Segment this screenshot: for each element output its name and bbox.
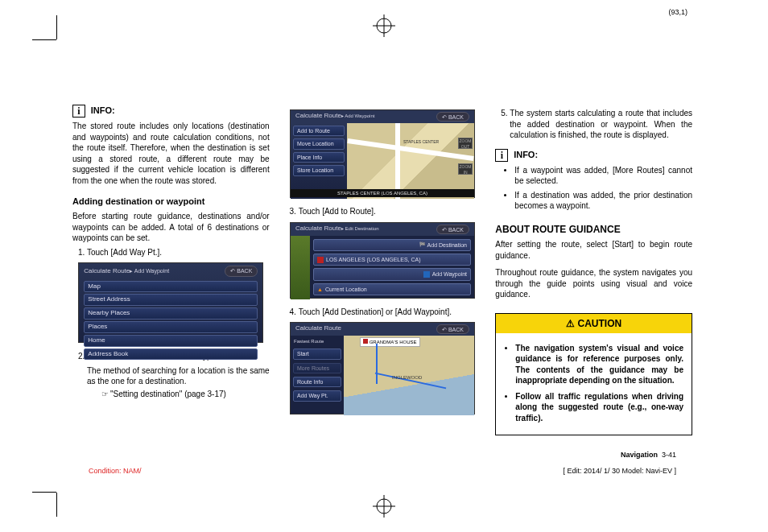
list-item: If a destination was added, the prior de…: [514, 190, 692, 212]
cross-reference: ☞"Setting destination" (page 3-17): [101, 389, 270, 400]
reference-text: "Setting destination" (page 3-17): [110, 390, 226, 398]
caution-heading: CAUTION: [496, 314, 692, 333]
sidebar-item: Place Info: [293, 152, 345, 163]
info-icon: i: [495, 149, 508, 162]
list-item: Touch [Add Way Pt.].: [87, 247, 270, 258]
registration-mark-icon: [373, 495, 395, 518]
footer-page: 3-41: [662, 451, 676, 459]
back-button: ↶ BACK: [225, 266, 258, 276]
screen-title: Calculate Route: [295, 324, 341, 334]
area-label: INGLEWOOD: [392, 374, 422, 381]
breadcrumb: ▸ Edit Destination: [341, 226, 379, 231]
add-destination-row: 🏁Add Destination: [313, 239, 471, 251]
menu-item: Home: [84, 335, 258, 347]
subheading: Adding destination or waypoint: [72, 196, 270, 208]
screenshot-add-waypoint-menu: Calculate Route▸ Add Waypoint ↶ BACK Map…: [78, 262, 263, 343]
back-button: ↶ BACK: [436, 324, 469, 334]
menu-item: Street Address: [84, 294, 258, 306]
sidebar-item: Route Info: [293, 377, 341, 387]
page-footer-edit: [ Edit: 2014/ 1/ 30 Model: Navi-EV ]: [563, 467, 676, 475]
back-button: ↶ BACK: [436, 112, 469, 122]
page-content: i INFO: The stored route includes only l…: [72, 16, 692, 491]
screen-title: Calculate Route: [84, 267, 130, 274]
list-item: Touch [Add Destination] or [Add Waypoint…: [299, 307, 481, 318]
breadcrumb: ▸ Add Waypoint: [341, 113, 374, 118]
page-footer-condition: Condition: NAM/: [89, 467, 142, 475]
section-heading: ABOUT ROUTE GUIDANCE: [495, 223, 692, 236]
add-waypoint-row: Add Waypoint: [313, 268, 471, 280]
poi-label: STAPLES CENTER: [403, 139, 439, 145]
screenshot-edit-destination: Calculate Route▸ Edit Destination ↶ BACK…: [290, 222, 475, 299]
screen-title: Calculate Route: [295, 112, 341, 119]
column-2: Calculate Route▸ Add Waypoint ↶ BACK Add…: [284, 105, 481, 435]
crop-mark: [56, 493, 57, 517]
sidebar-item: Start: [293, 348, 341, 359]
reference-icon: ☞: [101, 389, 109, 400]
zoom-in-button: ZOOM IN: [458, 163, 473, 175]
sidebar-item-disabled: More Routes: [293, 363, 341, 373]
route-bar: [291, 236, 310, 299]
info-icon: i: [72, 105, 85, 118]
menu-item: Places: [84, 321, 258, 333]
info-label: INFO:: [91, 105, 115, 115]
column-1: i INFO: The stored route includes only l…: [72, 105, 270, 435]
current-location-row: ▲Current Location: [313, 283, 471, 295]
column-3: The system starts calculating a route th…: [495, 105, 692, 435]
destination-row: LOS ANGELES (LOS ANGELES, CA): [313, 254, 471, 266]
menu-item: Nearby Places: [84, 307, 258, 320]
menu-item: Address Book: [84, 348, 258, 361]
map-area: ZOOM OUT ZOOM IN STAPLES CENTER: [347, 123, 474, 199]
step-subtext: The method of searching for a location i…: [87, 365, 270, 387]
crop-mark: [32, 39, 56, 40]
zoom-out-button: ZOOM OUT: [458, 138, 473, 149]
info-label: INFO:: [514, 150, 538, 159]
sidebar-item: Add to Route: [293, 126, 345, 136]
page-footer-right: Navigation 3-41: [621, 451, 676, 459]
poi-label: GRANDMA'S HOUSE: [360, 337, 420, 347]
section-text: Throughout route guidance, the system na…: [495, 267, 692, 300]
caution-item: Follow all traffic regulations when driv…: [515, 391, 683, 424]
list-item: Touch [Add to Route].: [299, 206, 481, 217]
caution-box: CAUTION The navigation system's visual a…: [495, 313, 692, 436]
screen-title: Calculate Route: [295, 225, 341, 232]
screenshot-calculate-route: Calculate Route ↶ BACK Fastest Route Sta…: [290, 322, 475, 414]
sub-body-text: Before starting route guidance, destinat…: [72, 211, 270, 244]
page-coordinate: (93,1): [668, 8, 687, 16]
footer-section: Navigation: [621, 451, 658, 459]
route-label: Fastest Route: [291, 337, 344, 345]
crop-mark: [56, 15, 57, 39]
sidebar-item: Add Way Pt.: [293, 390, 341, 401]
back-button: ↶ BACK: [436, 225, 469, 234]
crop-mark: [32, 492, 56, 493]
menu-item: Map: [84, 281, 258, 293]
map-footer: STAPLES CENTER (LOS ANGELES, CA): [291, 189, 474, 197]
map-area: GRANDMA'S HOUSE INGLEWOOD: [344, 336, 474, 415]
info-body-text: The stored route includes only locations…: [72, 121, 270, 186]
list-item: If a waypoint was added, [More Routes] c…: [514, 165, 692, 187]
list-item: The system starts calculating a route th…: [510, 108, 692, 141]
caution-item: The navigation system's visual and voice…: [515, 343, 683, 386]
sidebar-item: Store Location: [293, 165, 345, 175]
section-text: After setting the route, select [Start] …: [495, 239, 692, 261]
breadcrumb: ▸ Add Waypoint: [130, 268, 169, 274]
sidebar-item: Move Location: [293, 138, 345, 149]
screenshot-map-add-waypoint: Calculate Route▸ Add Waypoint ↶ BACK Add…: [290, 109, 475, 198]
